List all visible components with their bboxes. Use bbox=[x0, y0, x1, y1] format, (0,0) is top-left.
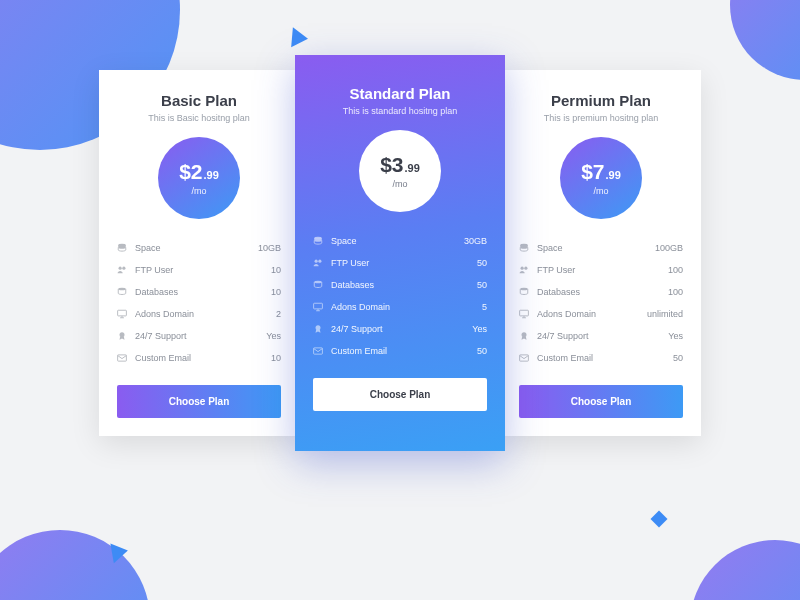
bg-shape bbox=[690, 540, 800, 600]
svg-point-2 bbox=[122, 267, 125, 270]
pricing-card-premium: Permium Plan This is premium hositng pla… bbox=[501, 70, 701, 436]
feature-list: Space100GB FTP User100 Databases100 Adon… bbox=[519, 237, 683, 369]
svg-point-15 bbox=[521, 267, 524, 270]
award-icon bbox=[313, 324, 323, 334]
feature-label: Adons Domain bbox=[331, 302, 482, 312]
feature-value: 50 bbox=[673, 353, 683, 363]
feature-value: 10 bbox=[271, 265, 281, 275]
svg-rect-6 bbox=[118, 355, 127, 361]
choose-plan-button[interactable]: Choose Plan bbox=[313, 378, 487, 411]
svg-rect-13 bbox=[314, 348, 323, 354]
database-icon bbox=[313, 236, 323, 246]
database-icon bbox=[117, 287, 127, 297]
plan-title: Permium Plan bbox=[551, 92, 651, 109]
feature-row: Adons Domain2 bbox=[117, 303, 281, 325]
price-period: /mo bbox=[191, 186, 206, 196]
feature-row: Custom Email10 bbox=[117, 347, 281, 369]
feature-list: Space10GB FTP User10 Databases10 Adons D… bbox=[117, 237, 281, 369]
price-period: /mo bbox=[593, 186, 608, 196]
feature-row: 24/7 SupportYes bbox=[313, 318, 487, 340]
svg-rect-20 bbox=[520, 355, 529, 361]
feature-row: FTP User100 bbox=[519, 259, 683, 281]
plan-subtitle: This is standard hositng plan bbox=[343, 106, 458, 116]
mail-icon bbox=[313, 346, 323, 356]
feature-label: Databases bbox=[537, 287, 668, 297]
feature-label: FTP User bbox=[331, 258, 477, 268]
price-cents: .99 bbox=[405, 162, 420, 174]
award-icon bbox=[117, 331, 127, 341]
feature-label: Adons Domain bbox=[135, 309, 276, 319]
database-icon bbox=[117, 243, 127, 253]
feature-label: 24/7 Support bbox=[537, 331, 668, 341]
svg-point-16 bbox=[524, 267, 527, 270]
feature-value: Yes bbox=[266, 331, 281, 341]
feature-label: Space bbox=[135, 243, 258, 253]
feature-value: Yes bbox=[472, 324, 487, 334]
monitor-icon bbox=[313, 302, 323, 312]
svg-point-9 bbox=[318, 260, 321, 263]
feature-row: 24/7 SupportYes bbox=[519, 325, 683, 347]
svg-point-5 bbox=[120, 332, 125, 337]
price-amount: $3 bbox=[380, 153, 403, 177]
feature-row: Space100GB bbox=[519, 237, 683, 259]
monitor-icon bbox=[117, 309, 127, 319]
svg-point-19 bbox=[522, 332, 527, 337]
feature-value: Yes bbox=[668, 331, 683, 341]
choose-plan-button[interactable]: Choose Plan bbox=[117, 385, 281, 418]
choose-plan-button[interactable]: Choose Plan bbox=[519, 385, 683, 418]
feature-label: FTP User bbox=[537, 265, 668, 275]
database-icon bbox=[519, 287, 529, 297]
feature-label: FTP User bbox=[135, 265, 271, 275]
triangle-icon bbox=[110, 541, 129, 563]
bg-shape bbox=[730, 0, 800, 80]
feature-value: unlimited bbox=[647, 309, 683, 319]
plan-title: Basic Plan bbox=[161, 92, 237, 109]
feature-label: Adons Domain bbox=[537, 309, 647, 319]
plan-subtitle: This is Basic hositng plan bbox=[148, 113, 250, 123]
svg-point-10 bbox=[314, 281, 322, 284]
database-icon bbox=[313, 280, 323, 290]
svg-point-17 bbox=[520, 288, 528, 291]
users-icon bbox=[117, 265, 127, 275]
mail-icon bbox=[117, 353, 127, 363]
feature-label: Space bbox=[331, 236, 464, 246]
price-cents: .99 bbox=[204, 169, 219, 181]
feature-list: Space30GB FTP User50 Databases50 Adons D… bbox=[313, 230, 487, 362]
feature-value: 100 bbox=[668, 287, 683, 297]
price-badge: $7 .99 /mo bbox=[560, 137, 642, 219]
pricing-cards: Basic Plan This is Basic hositng plan $2… bbox=[99, 70, 701, 436]
price-badge: $2 .99 /mo bbox=[158, 137, 240, 219]
mail-icon bbox=[519, 353, 529, 363]
feature-value: 50 bbox=[477, 280, 487, 290]
feature-value: 2 bbox=[276, 309, 281, 319]
users-icon bbox=[519, 265, 529, 275]
price-amount: $2 bbox=[179, 160, 202, 184]
award-icon bbox=[519, 331, 529, 341]
feature-value: 100 bbox=[668, 265, 683, 275]
price-badge: $3 .99 /mo bbox=[359, 130, 441, 212]
feature-row: FTP User50 bbox=[313, 252, 487, 274]
feature-label: Custom Email bbox=[331, 346, 477, 356]
feature-row: Custom Email50 bbox=[519, 347, 683, 369]
pricing-card-basic: Basic Plan This is Basic hositng plan $2… bbox=[99, 70, 299, 436]
svg-rect-11 bbox=[314, 303, 323, 309]
database-icon bbox=[519, 243, 529, 253]
price-period: /mo bbox=[392, 179, 407, 189]
svg-rect-4 bbox=[118, 310, 127, 316]
feature-label: Custom Email bbox=[537, 353, 673, 363]
feature-row: FTP User10 bbox=[117, 259, 281, 281]
feature-row: Space30GB bbox=[313, 230, 487, 252]
feature-row: Databases50 bbox=[313, 274, 487, 296]
feature-value: 30GB bbox=[464, 236, 487, 246]
feature-row: 24/7 SupportYes bbox=[117, 325, 281, 347]
monitor-icon bbox=[519, 309, 529, 319]
feature-label: Databases bbox=[331, 280, 477, 290]
feature-row: Adons Domain5 bbox=[313, 296, 487, 318]
feature-value: 10 bbox=[271, 287, 281, 297]
feature-label: 24/7 Support bbox=[331, 324, 472, 334]
plan-subtitle: This is premium hositng plan bbox=[544, 113, 659, 123]
users-icon bbox=[313, 258, 323, 268]
triangle-icon bbox=[291, 27, 309, 48]
price-amount: $7 bbox=[581, 160, 604, 184]
svg-point-1 bbox=[119, 267, 122, 270]
